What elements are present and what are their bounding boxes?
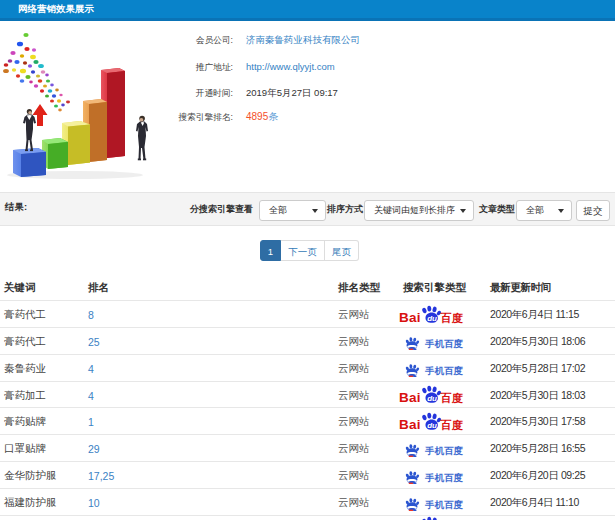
svg-text:百度: 百度 [440,418,464,430]
svg-text:手机百度: 手机百度 [424,445,464,456]
svg-text:手机百度: 手机百度 [424,364,464,375]
svg-text:Bai: Bai [399,309,421,324]
svg-text:du: du [427,421,437,430]
svg-text:Bai: Bai [399,417,421,432]
svg-text:du: du [427,314,437,323]
svg-text:手机百度: 手机百度 [424,471,464,482]
svg-text:百度: 百度 [440,392,464,404]
svg-text:百度: 百度 [440,311,464,323]
svg-text:du: du [427,394,437,403]
svg-text:Bai: Bai [399,390,421,405]
svg-text:手机百度: 手机百度 [424,337,464,348]
svg-text:手机百度: 手机百度 [424,498,464,509]
